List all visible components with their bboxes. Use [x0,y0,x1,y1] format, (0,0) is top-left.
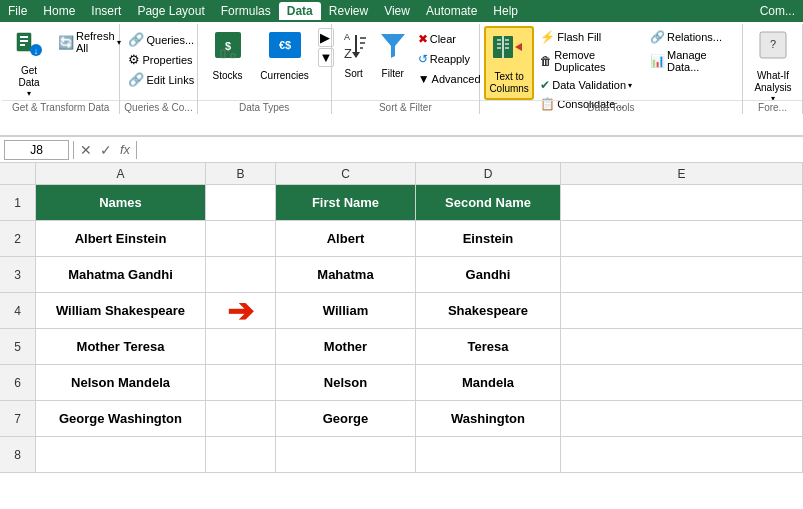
manage-data-model-button[interactable]: 📊 Manage Data... [646,47,738,75]
cell-b2[interactable] [206,221,276,257]
cell-d1[interactable]: Second Name [416,185,561,221]
cell-c2[interactable]: Albert [276,221,416,257]
refresh-label: RefreshAll [76,30,115,54]
cell-a2[interactable]: Albert Einstein [36,221,206,257]
cancel-icon[interactable]: ✕ [78,142,94,158]
row-num-6[interactable]: 6 [0,365,36,401]
what-if-analysis-button[interactable]: ? What-IfAnalysis ▾ [747,26,799,107]
edit-links-button[interactable]: 🔗 Edit Links [124,70,198,89]
menu-insert[interactable]: Insert [83,2,129,20]
currencies-button[interactable]: €$ Currencies [256,26,314,85]
get-data-button[interactable]: ↓ GetData ▾ [6,26,52,101]
cell-b7[interactable] [206,401,276,437]
menu-home[interactable]: Home [35,2,83,20]
text-to-columns-button[interactable]: Text toColumns [484,26,534,100]
cell-d2[interactable]: Einstein [416,221,561,257]
ribbon: ↓ GetData ▾ 🔄 RefreshAll ▾ Get & Transfo… [0,22,803,137]
menu-view[interactable]: View [376,2,418,20]
row-num-5[interactable]: 5 [0,329,36,365]
cell-c5[interactable]: Mother [276,329,416,365]
queries-connections-button[interactable]: 🔗 Queries... [124,30,198,49]
row-num-2[interactable]: 2 [0,221,36,257]
col-header-d[interactable]: D [416,163,561,184]
menu-review[interactable]: Review [321,2,376,20]
cell-e3[interactable] [561,257,803,293]
flash-fill-button[interactable]: ⚡ Flash Fill [536,28,644,46]
cell-c3[interactable]: Mahatma [276,257,416,293]
sort-button[interactable]: A Z Sort [336,26,372,83]
clear-button[interactable]: ✖ Clear [414,30,485,48]
cell-a4[interactable]: William Shakespeare [36,293,206,329]
cell-a8[interactable] [36,437,206,473]
cell-c7[interactable]: George [276,401,416,437]
row-num-3[interactable]: 3 [0,257,36,293]
svg-rect-9 [231,54,235,58]
cell-b5[interactable] [206,329,276,365]
menu-file[interactable]: File [0,2,35,20]
svg-rect-22 [497,39,501,41]
cell-c4[interactable]: William [276,293,416,329]
cell-b1[interactable] [206,185,276,221]
col-header-e[interactable]: E [561,163,803,184]
stocks-button[interactable]: $ Stocks [204,26,252,85]
refresh-all-button[interactable]: 🔄 RefreshAll ▾ [54,28,125,56]
menu-data[interactable]: Data [279,2,321,20]
formula-input[interactable] [141,141,799,159]
cell-d3[interactable]: Gandhi [416,257,561,293]
cell-e4[interactable] [561,293,803,329]
row-num-7[interactable]: 7 [0,401,36,437]
svg-rect-2 [20,40,28,42]
cell-e7[interactable] [561,401,803,437]
cell-e1[interactable] [561,185,803,221]
cell-e8[interactable] [561,437,803,473]
svg-rect-24 [497,43,501,45]
relationships-button[interactable]: 🔗 Relations... [646,28,738,46]
cell-a5[interactable]: Mother Teresa [36,329,206,365]
cell-c1[interactable]: First Name [276,185,416,221]
cell-reference-box[interactable] [4,140,69,160]
cell-a1[interactable]: Names [36,185,206,221]
cell-e6[interactable] [561,365,803,401]
menu-formulas[interactable]: Formulas [213,2,279,20]
ribbon-group-label-sort-filter: Sort & Filter [332,100,479,114]
function-icon[interactable]: fx [118,142,132,157]
reapply-button[interactable]: ↺ Reapply [414,50,485,68]
cell-a7[interactable]: George Washington [36,401,206,437]
cell-b3[interactable] [206,257,276,293]
menu-com[interactable]: Com... [752,2,803,20]
confirm-icon[interactable]: ✓ [98,142,114,158]
svg-marker-28 [515,43,522,51]
cell-d7[interactable]: Washington [416,401,561,437]
properties-button[interactable]: ⚙ Properties [124,50,198,69]
svg-rect-26 [497,47,501,49]
advanced-button[interactable]: ▼ Advanced [414,70,485,88]
col-header-c[interactable]: C [276,163,416,184]
cell-e2[interactable] [561,221,803,257]
menu-page-layout[interactable]: Page Layout [129,2,212,20]
cell-d4[interactable]: Shakespeare [416,293,561,329]
menu-automate[interactable]: Automate [418,2,485,20]
menu-help[interactable]: Help [485,2,526,20]
row-num-1[interactable]: 1 [0,185,36,221]
col-header-a[interactable]: A [36,163,206,184]
filter-button[interactable]: Filter [374,26,412,83]
cell-b6[interactable] [206,365,276,401]
formula-bar: ✕ ✓ fx [0,137,803,163]
spreadsheet: A B C D E 1 2 3 4 5 6 7 8 Names First Na… [0,163,803,473]
cell-d5[interactable]: Teresa [416,329,561,365]
cell-e5[interactable] [561,329,803,365]
cell-b8[interactable] [206,437,276,473]
grid: Names First Name Second Name Albert Eins… [36,185,803,473]
row-num-8[interactable]: 8 [0,437,36,473]
row-num-4[interactable]: 4 [0,293,36,329]
cell-c8[interactable] [276,437,416,473]
svg-rect-8 [221,50,225,58]
cell-d8[interactable] [416,437,561,473]
cell-a3[interactable]: Mahatma Gandhi [36,257,206,293]
col-header-b[interactable]: B [206,163,276,184]
data-validation-button[interactable]: ✔ Data Validation ▾ [536,76,644,94]
cell-a6[interactable]: Nelson Mandela [36,365,206,401]
cell-c6[interactable]: Nelson [276,365,416,401]
remove-duplicates-button[interactable]: 🗑 Remove Duplicates [536,47,644,75]
cell-d6[interactable]: Mandela [416,365,561,401]
